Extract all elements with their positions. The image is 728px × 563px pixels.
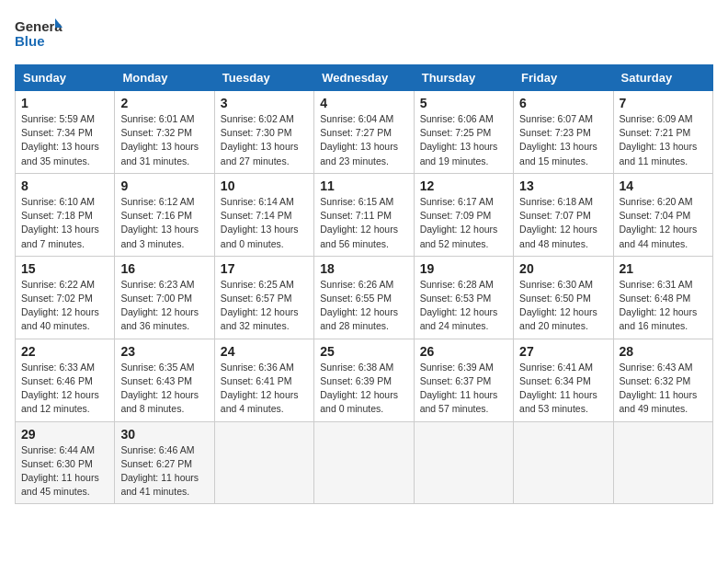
day-info: Sunrise: 6:46 AMSunset: 6:27 PMDaylight:… [120, 443, 208, 500]
calendar-cell: 30Sunrise: 6:46 AMSunset: 6:27 PMDayligh… [115, 421, 214, 504]
day-info: Sunrise: 6:10 AMSunset: 7:18 PMDaylight:… [21, 195, 108, 251]
day-number: 15 [21, 261, 108, 276]
calendar-cell: 5Sunrise: 6:06 AMSunset: 7:25 PMDaylight… [414, 91, 513, 174]
calendar-cell: 1Sunrise: 5:59 AMSunset: 7:34 PMDaylight… [16, 91, 115, 174]
day-number: 24 [221, 344, 308, 359]
day-number: 11 [320, 178, 407, 193]
day-number: 16 [120, 261, 208, 276]
day-number: 5 [420, 96, 507, 110]
day-info: Sunrise: 6:02 AMSunset: 7:30 PMDaylight:… [221, 112, 308, 168]
weekday-header-thursday: Thursday [414, 65, 513, 91]
calendar-cell: 23Sunrise: 6:35 AMSunset: 6:43 PMDayligh… [115, 339, 214, 421]
day-info: Sunrise: 6:36 AMSunset: 6:41 PMDaylight:… [221, 361, 308, 417]
calendar-cell: 26Sunrise: 6:39 AMSunset: 6:37 PMDayligh… [414, 339, 513, 421]
day-number: 1 [21, 96, 108, 110]
calendar-week-2: 8Sunrise: 6:10 AMSunset: 7:18 PMDaylight… [16, 173, 713, 256]
calendar-cell [214, 421, 313, 504]
day-number: 21 [620, 261, 707, 276]
calendar-cell: 28Sunrise: 6:43 AMSunset: 6:32 PMDayligh… [613, 339, 712, 421]
day-info: Sunrise: 6:38 AMSunset: 6:39 PMDaylight:… [320, 361, 407, 417]
day-info: Sunrise: 6:14 AMSunset: 7:14 PMDaylight:… [221, 195, 308, 251]
day-number: 27 [519, 344, 607, 359]
calendar-cell: 11Sunrise: 6:15 AMSunset: 7:11 PMDayligh… [314, 173, 414, 256]
calendar-cell: 16Sunrise: 6:23 AMSunset: 7:00 PMDayligh… [115, 256, 214, 339]
page-header: General Blue [15, 15, 713, 55]
calendar-cell [414, 421, 513, 504]
day-info: Sunrise: 5:59 AMSunset: 7:34 PMDaylight:… [21, 112, 108, 168]
calendar-cell: 25Sunrise: 6:38 AMSunset: 6:39 PMDayligh… [314, 339, 414, 421]
day-number: 19 [420, 261, 507, 276]
logo-svg: General Blue [15, 15, 63, 55]
calendar-cell: 15Sunrise: 6:22 AMSunset: 7:02 PMDayligh… [16, 256, 115, 339]
calendar-table: SundayMondayTuesdayWednesdayThursdayFrid… [15, 64, 713, 504]
day-number: 4 [320, 96, 407, 110]
day-number: 29 [21, 427, 108, 442]
weekday-header-tuesday: Tuesday [214, 65, 313, 91]
calendar-cell: 9Sunrise: 6:12 AMSunset: 7:16 PMDaylight… [115, 173, 214, 256]
day-number: 18 [320, 261, 407, 276]
svg-text:Blue: Blue [15, 33, 45, 49]
day-number: 7 [620, 96, 707, 110]
calendar-cell: 6Sunrise: 6:07 AMSunset: 7:23 PMDaylight… [514, 91, 613, 174]
calendar-cell: 10Sunrise: 6:14 AMSunset: 7:14 PMDayligh… [214, 173, 313, 256]
day-number: 26 [420, 344, 507, 359]
day-info: Sunrise: 6:33 AMSunset: 6:46 PMDaylight:… [21, 361, 108, 417]
calendar-cell: 29Sunrise: 6:44 AMSunset: 6:30 PMDayligh… [16, 421, 115, 504]
calendar-cell [314, 421, 414, 504]
day-info: Sunrise: 6:35 AMSunset: 6:43 PMDaylight:… [120, 361, 208, 417]
weekday-header-monday: Monday [115, 65, 214, 91]
calendar-cell: 3Sunrise: 6:02 AMSunset: 7:30 PMDaylight… [214, 91, 313, 174]
day-info: Sunrise: 6:07 AMSunset: 7:23 PMDaylight:… [519, 112, 607, 168]
calendar-cell: 20Sunrise: 6:30 AMSunset: 6:50 PMDayligh… [514, 256, 613, 339]
day-info: Sunrise: 6:41 AMSunset: 6:34 PMDaylight:… [519, 361, 607, 417]
calendar-cell: 7Sunrise: 6:09 AMSunset: 7:21 PMDaylight… [613, 91, 712, 174]
day-number: 22 [21, 344, 108, 359]
day-number: 13 [519, 178, 607, 193]
day-info: Sunrise: 6:25 AMSunset: 6:57 PMDaylight:… [221, 278, 308, 334]
calendar-cell: 4Sunrise: 6:04 AMSunset: 7:27 PMDaylight… [314, 91, 414, 174]
day-info: Sunrise: 6:12 AMSunset: 7:16 PMDaylight:… [120, 195, 208, 251]
day-info: Sunrise: 6:28 AMSunset: 6:53 PMDaylight:… [420, 278, 507, 334]
day-info: Sunrise: 6:17 AMSunset: 7:09 PMDaylight:… [420, 195, 507, 251]
day-number: 20 [519, 261, 607, 276]
day-number: 8 [21, 178, 108, 193]
calendar-cell: 12Sunrise: 6:17 AMSunset: 7:09 PMDayligh… [414, 173, 513, 256]
calendar-cell: 14Sunrise: 6:20 AMSunset: 7:04 PMDayligh… [613, 173, 712, 256]
calendar-cell: 17Sunrise: 6:25 AMSunset: 6:57 PMDayligh… [214, 256, 313, 339]
calendar-cell: 27Sunrise: 6:41 AMSunset: 6:34 PMDayligh… [514, 339, 613, 421]
day-number: 6 [519, 96, 607, 110]
weekday-header-sunday: Sunday [16, 65, 115, 91]
day-number: 12 [420, 178, 507, 193]
day-info: Sunrise: 6:43 AMSunset: 6:32 PMDaylight:… [620, 361, 707, 417]
day-number: 14 [620, 178, 707, 193]
day-info: Sunrise: 6:01 AMSunset: 7:32 PMDaylight:… [120, 112, 208, 168]
day-info: Sunrise: 6:09 AMSunset: 7:21 PMDaylight:… [620, 112, 707, 168]
calendar-cell: 13Sunrise: 6:18 AMSunset: 7:07 PMDayligh… [514, 173, 613, 256]
day-info: Sunrise: 6:23 AMSunset: 7:00 PMDaylight:… [120, 278, 208, 334]
day-number: 3 [221, 96, 308, 110]
calendar-week-1: 1Sunrise: 5:59 AMSunset: 7:34 PMDaylight… [16, 91, 713, 174]
day-number: 23 [120, 344, 208, 359]
day-info: Sunrise: 6:04 AMSunset: 7:27 PMDaylight:… [320, 112, 407, 168]
day-number: 28 [620, 344, 707, 359]
day-info: Sunrise: 6:31 AMSunset: 6:48 PMDaylight:… [620, 278, 707, 334]
day-info: Sunrise: 6:15 AMSunset: 7:11 PMDaylight:… [320, 195, 407, 251]
day-number: 30 [120, 427, 208, 442]
calendar-week-3: 15Sunrise: 6:22 AMSunset: 7:02 PMDayligh… [16, 256, 713, 339]
calendar-cell [613, 421, 712, 504]
day-info: Sunrise: 6:22 AMSunset: 7:02 PMDaylight:… [21, 278, 108, 334]
calendar-cell: 24Sunrise: 6:36 AMSunset: 6:41 PMDayligh… [214, 339, 313, 421]
day-info: Sunrise: 6:26 AMSunset: 6:55 PMDaylight:… [320, 278, 407, 334]
day-number: 2 [120, 96, 208, 110]
weekday-header-saturday: Saturday [613, 65, 712, 91]
calendar-cell: 19Sunrise: 6:28 AMSunset: 6:53 PMDayligh… [414, 256, 513, 339]
weekday-header-friday: Friday [514, 65, 613, 91]
calendar-cell: 2Sunrise: 6:01 AMSunset: 7:32 PMDaylight… [115, 91, 214, 174]
day-info: Sunrise: 6:39 AMSunset: 6:37 PMDaylight:… [420, 361, 507, 417]
day-info: Sunrise: 6:20 AMSunset: 7:04 PMDaylight:… [620, 195, 707, 251]
calendar-cell: 18Sunrise: 6:26 AMSunset: 6:55 PMDayligh… [314, 256, 414, 339]
calendar-cell [514, 421, 613, 504]
day-info: Sunrise: 6:18 AMSunset: 7:07 PMDaylight:… [519, 195, 607, 251]
day-number: 17 [221, 261, 308, 276]
logo: General Blue [15, 15, 63, 55]
